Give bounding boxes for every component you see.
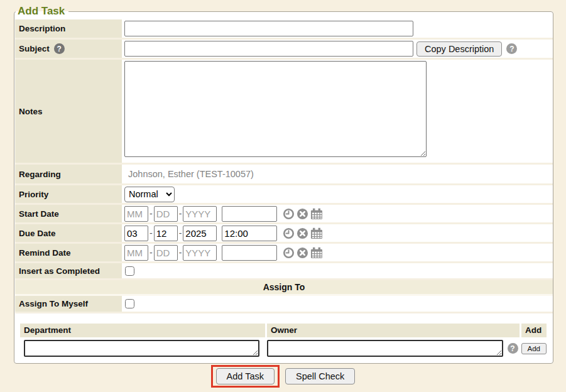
owner-help-icon[interactable]: ? — [508, 343, 518, 354]
date-separator: - — [150, 248, 153, 258]
clock-icon[interactable] — [283, 227, 295, 239]
assign-myself-label: Assign To Myself — [15, 296, 122, 312]
department-column-header: Department — [20, 324, 265, 337]
start-date-month-input[interactable] — [124, 206, 148, 222]
add-column-header: Add — [521, 324, 547, 337]
start-date-row: Start Date - - — [15, 205, 553, 224]
add-assignment-button[interactable]: Add — [521, 343, 547, 354]
date-separator: - — [150, 228, 153, 238]
copy-description-help-icon[interactable]: ? — [506, 43, 517, 54]
description-input[interactable] — [124, 21, 413, 36]
remind-date-label: Remind Date — [15, 244, 122, 261]
clear-date-icon[interactable] — [297, 227, 308, 239]
regarding-label: Regarding — [15, 165, 122, 183]
due-date-year-input[interactable] — [183, 226, 217, 241]
page-title: Add Task — [16, 5, 68, 18]
date-separator: - — [179, 209, 182, 219]
due-date-time-input[interactable] — [222, 226, 277, 241]
highlight-annotation: Add Task — [211, 365, 280, 388]
calendar-icon[interactable] — [310, 247, 323, 259]
start-date-day-input[interactable] — [154, 206, 178, 222]
spell-check-button[interactable]: Spell Check — [285, 368, 355, 384]
clock-icon[interactable] — [283, 208, 295, 220]
insert-completed-label: Insert as Completed — [15, 263, 122, 278]
due-date-row: Due Date - - — [15, 224, 553, 244]
remind-date-year-input[interactable] — [183, 245, 217, 261]
assign-myself-checkbox[interactable] — [125, 299, 134, 308]
start-date-year-input[interactable] — [183, 206, 217, 222]
footer-actions: Add Task Spell Check — [0, 365, 566, 388]
department-input[interactable] — [24, 340, 259, 357]
add-task-button[interactable]: Add Task — [216, 368, 275, 384]
due-date-day-input[interactable] — [154, 226, 178, 241]
owner-input[interactable] — [267, 340, 503, 357]
clear-date-icon[interactable] — [297, 208, 308, 220]
notes-row: Notes — [15, 60, 553, 165]
notes-label: Notes — [15, 60, 122, 163]
remind-date-month-input[interactable] — [124, 245, 148, 261]
owner-column-header: Owner — [267, 324, 520, 337]
priority-select[interactable]: Normal — [124, 187, 175, 202]
date-separator: - — [179, 248, 182, 258]
subject-help-icon[interactable]: ? — [54, 43, 65, 54]
copy-description-button[interactable]: Copy Description — [416, 41, 502, 57]
remind-date-row: Remind Date - - — [15, 244, 553, 263]
date-separator: - — [150, 209, 153, 219]
insert-completed-checkbox[interactable] — [125, 266, 134, 276]
assign-myself-row: Assign To Myself — [15, 296, 553, 313]
priority-row: Priority Normal — [15, 185, 553, 205]
notes-textarea[interactable] — [124, 61, 427, 157]
insert-completed-row: Insert as Completed — [15, 263, 553, 280]
clock-icon[interactable] — [283, 247, 295, 259]
date-separator: - — [179, 228, 182, 238]
subject-label: Subject — [19, 44, 50, 53]
assign-to-section-header: Assign To — [15, 280, 553, 296]
add-task-form: Add Task Description Subject ? Copy Desc… — [14, 5, 553, 364]
remind-date-time-input[interactable] — [222, 245, 277, 261]
due-date-month-input[interactable] — [124, 226, 148, 241]
priority-label: Priority — [15, 185, 122, 203]
clear-date-icon[interactable] — [297, 247, 308, 259]
description-label: Description — [15, 19, 122, 38]
subject-row: Subject ? Copy Description ? — [15, 40, 553, 60]
calendar-icon[interactable] — [310, 208, 323, 220]
due-date-label: Due Date — [15, 224, 122, 242]
subject-input[interactable] — [124, 41, 413, 57]
description-row: Description — [15, 19, 553, 40]
start-date-label: Start Date — [15, 205, 122, 222]
regarding-row: Regarding Johnson, Esther (TEST-10057) — [15, 165, 553, 185]
regarding-value: Johnson, Esther (TEST-10057) — [124, 169, 254, 179]
assign-table: Department Owner Add ? Add — [20, 324, 547, 358]
calendar-icon[interactable] — [310, 227, 323, 239]
remind-date-day-input[interactable] — [154, 245, 178, 261]
start-date-time-input[interactable] — [222, 206, 277, 222]
